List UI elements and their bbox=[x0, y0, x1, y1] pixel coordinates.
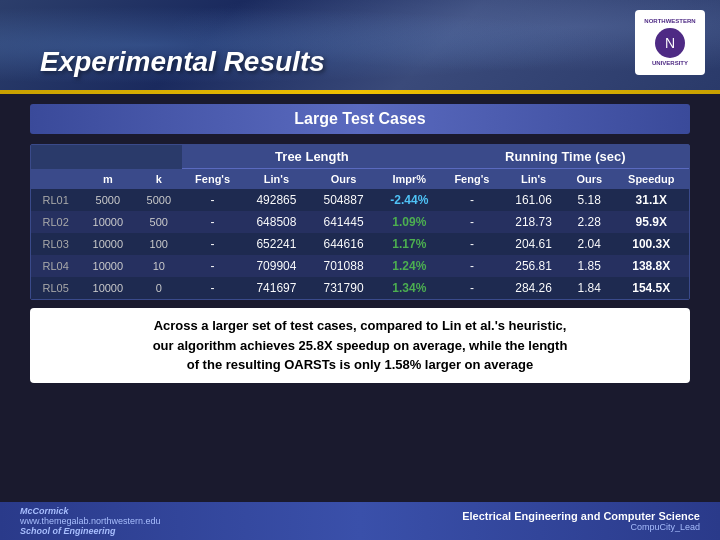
col-fengs-time: Feng's bbox=[442, 169, 503, 190]
bottom-text-box: Across a larger set of test cases, compa… bbox=[30, 308, 690, 383]
page-title: Experimental Results bbox=[40, 46, 325, 78]
cell-fengs-tree: - bbox=[182, 255, 243, 277]
col-fengs-tree: Feng's bbox=[182, 169, 243, 190]
cell-lins-time: 218.73 bbox=[502, 211, 565, 233]
col-speedup: Speedup bbox=[614, 169, 689, 190]
cell-ours-time: 1.85 bbox=[565, 255, 614, 277]
footer-right-text: CompuCity_Lead bbox=[462, 522, 700, 532]
cell-lins-time: 256.81 bbox=[502, 255, 565, 277]
col-lins-tree: Lin's bbox=[243, 169, 310, 190]
cell-ours-time: 1.84 bbox=[565, 277, 614, 299]
header-background: Experimental Results NORTHWESTERN N UNIV… bbox=[0, 0, 720, 90]
col-ours-time: Ours bbox=[565, 169, 614, 190]
bottom-line2: our algorithm achieves 25.8X speedup on … bbox=[153, 338, 568, 353]
col-k: k bbox=[135, 169, 182, 190]
cell-fengs-time: - bbox=[442, 277, 503, 299]
bottom-line3: of the resulting OARSTs is only 1.58% la… bbox=[187, 357, 534, 372]
cell-speedup: 95.9X bbox=[614, 211, 689, 233]
cell-lins-tree: 652241 bbox=[243, 233, 310, 255]
cell-k: 500 bbox=[135, 211, 182, 233]
cell-lins-time: 161.06 bbox=[502, 189, 565, 211]
col-m: m bbox=[80, 169, 135, 190]
cell-speedup: 31.1X bbox=[614, 189, 689, 211]
cell-ours-time: 2.28 bbox=[565, 211, 614, 233]
logo-text-top: NORTHWESTERN bbox=[644, 18, 695, 25]
col-lins-time: Lin's bbox=[502, 169, 565, 190]
cell-fengs-tree: - bbox=[182, 277, 243, 299]
cell-lins-time: 204.61 bbox=[502, 233, 565, 255]
cell-ours-tree: 701088 bbox=[310, 255, 377, 277]
empty-group-header bbox=[31, 145, 182, 169]
cell-k: 10 bbox=[135, 255, 182, 277]
cell-fengs-tree: - bbox=[182, 233, 243, 255]
cell-id: RL02 bbox=[31, 211, 80, 233]
logo-text-bottom: UNIVERSITY bbox=[652, 60, 688, 67]
table-row: RL05 10000 0 - 741697 731790 1.34% - 284… bbox=[31, 277, 689, 299]
results-table: Tree Length Running Time (sec) m k Feng'… bbox=[31, 145, 689, 299]
cell-m: 10000 bbox=[80, 233, 135, 255]
cell-ours-time: 5.18 bbox=[565, 189, 614, 211]
cell-ours-tree: 731790 bbox=[310, 277, 377, 299]
table-row: RL03 10000 100 - 652241 644616 1.17% - 2… bbox=[31, 233, 689, 255]
cell-fengs-time: - bbox=[442, 211, 503, 233]
bottom-line1: Across a larger set of test cases, compa… bbox=[154, 318, 567, 333]
footer-url: www.themegalab.northwestern.edu bbox=[20, 516, 161, 526]
col-group-header-row: Tree Length Running Time (sec) bbox=[31, 145, 689, 169]
table-row: RL04 10000 10 - 709904 701088 1.24% - 25… bbox=[31, 255, 689, 277]
tree-length-group-header: Tree Length bbox=[182, 145, 441, 169]
col-ours-tree: Ours bbox=[310, 169, 377, 190]
cell-id: RL01 bbox=[31, 189, 80, 211]
logo-circle: N bbox=[655, 28, 685, 58]
cell-impr: 1.24% bbox=[377, 255, 442, 277]
cell-m: 10000 bbox=[80, 277, 135, 299]
cell-ours-tree: 504887 bbox=[310, 189, 377, 211]
cell-fengs-time: - bbox=[442, 233, 503, 255]
results-table-container: Tree Length Running Time (sec) m k Feng'… bbox=[30, 144, 690, 300]
cell-k: 100 bbox=[135, 233, 182, 255]
footer-left: McCormick www.themegalab.northwestern.ed… bbox=[20, 506, 161, 536]
cell-impr: -2.44% bbox=[377, 189, 442, 211]
cell-m: 10000 bbox=[80, 255, 135, 277]
col-impr: Impr% bbox=[377, 169, 442, 190]
col-sub-header-row: m k Feng's Lin's Ours Impr% Feng's Lin's… bbox=[31, 169, 689, 190]
cell-id: RL04 bbox=[31, 255, 80, 277]
footer-dept: Electrical Engineering and Computer Scie… bbox=[462, 510, 700, 522]
cell-fengs-time: - bbox=[442, 189, 503, 211]
footer: McCormick www.themegalab.northwestern.ed… bbox=[0, 502, 720, 540]
cell-k: 5000 bbox=[135, 189, 182, 211]
cell-ours-tree: 641445 bbox=[310, 211, 377, 233]
cell-impr: 1.17% bbox=[377, 233, 442, 255]
cell-ours-tree: 644616 bbox=[310, 233, 377, 255]
cell-ours-time: 2.04 bbox=[565, 233, 614, 255]
cell-id: RL05 bbox=[31, 277, 80, 299]
cell-lins-tree: 741697 bbox=[243, 277, 310, 299]
cell-m: 10000 bbox=[80, 211, 135, 233]
cell-lins-tree: 648508 bbox=[243, 211, 310, 233]
cell-id: RL03 bbox=[31, 233, 80, 255]
cell-speedup: 138.8X bbox=[614, 255, 689, 277]
cell-impr: 1.09% bbox=[377, 211, 442, 233]
cell-m: 5000 bbox=[80, 189, 135, 211]
table-body: RL01 5000 5000 - 492865 504887 -2.44% - … bbox=[31, 189, 689, 299]
footer-right: Electrical Engineering and Computer Scie… bbox=[462, 510, 700, 532]
cell-lins-time: 284.26 bbox=[502, 277, 565, 299]
table-row: RL01 5000 5000 - 492865 504887 -2.44% - … bbox=[31, 189, 689, 211]
col-id bbox=[31, 169, 80, 190]
cell-impr: 1.34% bbox=[377, 277, 442, 299]
cell-fengs-tree: - bbox=[182, 211, 243, 233]
cell-k: 0 bbox=[135, 277, 182, 299]
table-row: RL02 10000 500 - 648508 641445 1.09% - 2… bbox=[31, 211, 689, 233]
cell-fengs-time: - bbox=[442, 255, 503, 277]
cell-lins-tree: 709904 bbox=[243, 255, 310, 277]
university-logo: NORTHWESTERN N UNIVERSITY bbox=[635, 10, 705, 75]
section-header: Large Test Cases bbox=[30, 104, 690, 134]
cell-speedup: 154.5X bbox=[614, 277, 689, 299]
main-content: Large Test Cases Tree Length Running Tim… bbox=[0, 94, 720, 393]
footer-logo-text: McCormick bbox=[20, 506, 161, 516]
cell-lins-tree: 492865 bbox=[243, 189, 310, 211]
footer-sub-text: School of Engineering bbox=[20, 526, 161, 536]
cell-fengs-tree: - bbox=[182, 189, 243, 211]
running-time-group-header: Running Time (sec) bbox=[442, 145, 689, 169]
cell-speedup: 100.3X bbox=[614, 233, 689, 255]
